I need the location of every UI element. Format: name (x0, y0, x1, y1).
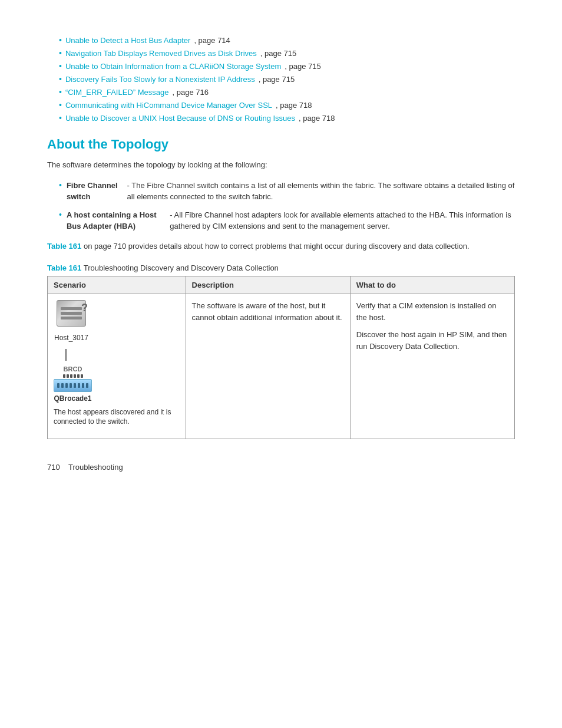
col-header-description: Description (186, 276, 350, 294)
topology-points: Fibre Channel switch - The Fibre Channel… (47, 179, 515, 232)
bullet-item-4: “CIM_ERR_FAILED” Message, page 716 (59, 87, 515, 97)
bullet-item-5: Communicating with HiCommand Device Mana… (59, 100, 515, 110)
bullet-page-1: , page 715 (260, 49, 296, 58)
bullet-link-4[interactable]: “CIM_ERR_FAILED” Message (65, 88, 169, 97)
bullet-item-1: Navigation Tab Displays Removed Drives a… (59, 48, 515, 58)
table-ref-link[interactable]: Table 161 (47, 242, 81, 251)
table-caption: Table 161 Troubleshooting Discovery and … (47, 263, 515, 272)
scenario-cell: ? Host_3017 BRCD (48, 294, 186, 439)
bullet-page-2: , page 715 (285, 62, 320, 71)
footer-page: 710 (47, 463, 60, 472)
section-title: About the Topology (47, 137, 515, 152)
switch-box: BRCD (54, 364, 92, 404)
topology-point-0: Fibre Channel switch - The Fibre Channel… (59, 179, 515, 203)
bullet-page-3: , page 715 (259, 75, 295, 84)
bullet-link-3[interactable]: Discovery Fails Too Slowly for a Nonexis… (65, 75, 255, 84)
bullet-link-2[interactable]: Unable to Obtain Information from a CLAR… (65, 62, 281, 71)
scenario-caption: The host appears discovered and it is co… (54, 407, 180, 427)
bullet-item-2: Unable to Obtain Information from a CLAR… (59, 61, 515, 71)
bullet-page-6: , page 718 (299, 114, 335, 123)
table-ref-rest: on page 710 provides details about how t… (81, 242, 469, 251)
brcd-label: BRCD (64, 364, 82, 374)
switch-label: QBrocade1 (54, 393, 91, 404)
description-cell: The software is aware of the host, but i… (186, 294, 350, 439)
table-label: Table 161 (47, 263, 81, 272)
table-ref-text: Table 161 on page 710 provides details a… (47, 241, 515, 252)
bullet-item-6: Unable to Discover a UNIX Host Because o… (59, 113, 515, 123)
section-intro: The software determines the topology by … (47, 159, 515, 171)
host-label: Host_3017 (54, 332, 88, 343)
about-topology-section: About the Topology The software determin… (47, 137, 515, 252)
troubleshooting-table: Scenario Description What to do (47, 276, 515, 439)
bullet-page-4: , page 716 (172, 88, 208, 97)
bullet-page-5: , page 718 (276, 101, 312, 110)
connector-line (65, 349, 67, 361)
bullet-page-0: , page 714 (194, 36, 230, 45)
footer-section: Troubleshooting (68, 463, 123, 472)
whattodo-line-0: Verify that a CIM extension is installed… (356, 300, 508, 323)
bullet-link-0[interactable]: Unable to Detect a Host Bus Adapter (65, 36, 190, 45)
switch-icon (54, 379, 92, 392)
whattodo-cell: Verify that a CIM extension is installed… (350, 294, 514, 439)
scenario-image: ? Host_3017 BRCD (54, 300, 180, 427)
topology-point-1: A host containing a Host Bus Adapter (HB… (59, 209, 515, 232)
col-header-scenario: Scenario (48, 276, 186, 294)
table-caption-text: Troubleshooting Discovery and Discovery … (81, 263, 279, 272)
host-box: ? Host_3017 (54, 300, 89, 343)
bullet-link-6[interactable]: Unable to Discover a UNIX Host Because o… (65, 114, 295, 123)
bullet-item-3: Discovery Fails Too Slowly for a Nonexis… (59, 74, 515, 84)
whattodo-line-1: Discover the host again in HP SIM, and t… (356, 329, 508, 352)
footer: 710 Troubleshooting (47, 463, 515, 472)
question-mark-icon: ? (81, 300, 88, 316)
bullet-item-0: Unable to Detect a Host Bus Adapter, pag… (59, 35, 515, 45)
bullet-link-5[interactable]: Communicating with HiCommand Device Mana… (65, 101, 272, 110)
col-header-whattodo: What to do (350, 276, 514, 294)
bullet-link-1[interactable]: Navigation Tab Displays Removed Drives a… (65, 49, 257, 58)
table-row: ? Host_3017 BRCD (48, 294, 515, 439)
top-bullet-list: Unable to Detect a Host Bus Adapter, pag… (47, 35, 515, 123)
